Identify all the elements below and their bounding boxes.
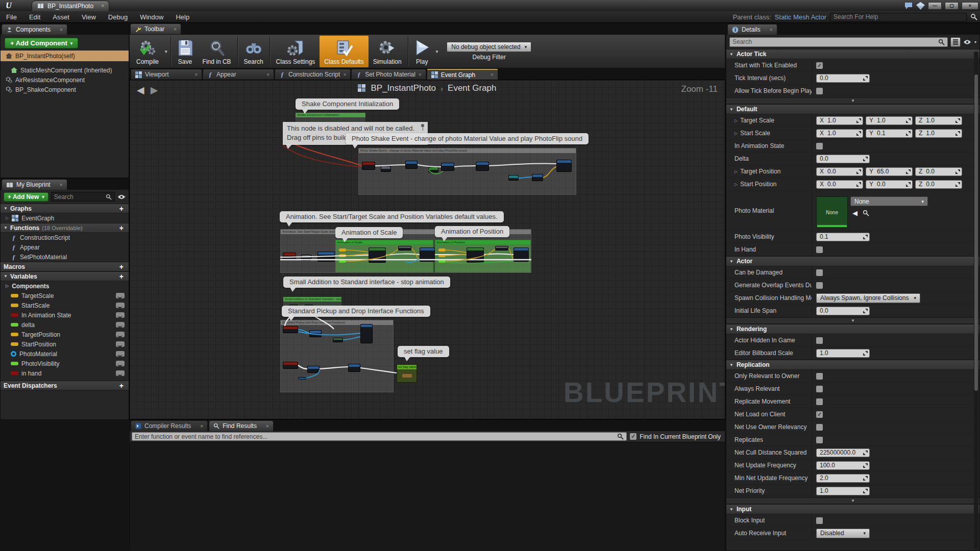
checkbox-unchecked[interactable]	[816, 269, 823, 276]
spinner-icon[interactable]	[906, 131, 911, 136]
tab-construction-script[interactable]: ƒ Construction Script ×	[275, 69, 351, 80]
spawn-collision-select[interactable]: Always Spawn, Ignore Collisions▾	[816, 293, 920, 303]
visibility-eye-icon[interactable]	[116, 332, 125, 337]
visibility-eye-icon[interactable]	[116, 303, 125, 308]
section-expander[interactable]: ▼	[726, 317, 979, 324]
graph-node[interactable]	[298, 377, 306, 380]
add-event-dispatcher-button[interactable]: +	[117, 382, 126, 390]
graphs-section-header[interactable]: ▼ Graphs +	[1, 204, 129, 213]
graph-node[interactable]	[301, 255, 311, 261]
checkbox-unchecked[interactable]	[816, 246, 823, 253]
graph-node[interactable]	[369, 247, 386, 263]
menu-edit[interactable]: Edit	[23, 11, 46, 22]
functions-section-header[interactable]: ▼ Functions (18 Overridable) +	[1, 223, 129, 233]
spinner-icon[interactable]	[863, 489, 868, 493]
spinner-icon[interactable]	[955, 131, 960, 136]
graph-node[interactable]	[307, 366, 320, 373]
tab-close-icon[interactable]: ×	[266, 72, 270, 78]
play-options-caret-icon[interactable]: ▾	[434, 49, 440, 54]
add-new-button[interactable]: + Add New ▾	[4, 192, 48, 202]
spinner-icon[interactable]	[906, 169, 911, 174]
spinner-icon[interactable]	[863, 450, 868, 455]
pin-icon[interactable]	[420, 124, 425, 131]
section-expander[interactable]: ▼	[726, 497, 979, 504]
macros-section-header[interactable]: Macros +	[1, 262, 129, 271]
spinner-icon[interactable]	[856, 118, 861, 123]
section-rendering[interactable]: ▼Rendering	[726, 324, 979, 334]
vector-z-field[interactable]: Z1.0	[915, 129, 962, 138]
scrollbar-thumb[interactable]	[974, 74, 978, 391]
component-row-staticmesh[interactable]: StaticMeshComponent (Inherited)	[1, 65, 129, 75]
variable-row[interactable]: StartPosition	[1, 339, 129, 349]
tab-close-icon[interactable]: ×	[194, 72, 198, 78]
graph-node[interactable]	[283, 253, 296, 260]
graph-node[interactable]	[420, 247, 435, 262]
class-defaults-button[interactable]: Class Defaults	[320, 36, 368, 67]
debug-object-select[interactable]: No debug object selected ▾	[447, 42, 531, 52]
parent-class-link[interactable]: Static Mesh Actor	[775, 13, 826, 21]
search-button[interactable]: Search	[239, 36, 268, 67]
comment-box-small-addition[interactable]: Small Addition to Standard interface - s…	[283, 297, 341, 302]
graph-node[interactable]	[476, 162, 489, 171]
variable-row[interactable]: StartScale	[1, 300, 129, 310]
graph-node[interactable]	[495, 246, 508, 251]
compile-button[interactable]: Compile	[132, 36, 163, 67]
vector-y-field[interactable]: Y65.0	[866, 167, 913, 176]
checkbox-unchecked[interactable]	[816, 517, 823, 524]
material-select[interactable]: None ▾	[850, 196, 928, 206]
graph-node[interactable]	[513, 247, 529, 262]
visibility-eye-icon[interactable]	[116, 370, 125, 376]
section-actor-tick[interactable]: ▼Actor Tick	[726, 49, 979, 59]
component-row-shake[interactable]: BP_ShakeComponent	[1, 85, 129, 94]
visibility-eye-icon[interactable]	[116, 361, 125, 366]
graph-node[interactable]	[556, 160, 572, 172]
visibility-eye-icon[interactable]	[116, 322, 125, 328]
function-row-appear[interactable]: ƒ Appear	[1, 242, 129, 252]
chat-icon[interactable]	[904, 2, 913, 10]
spinner-icon[interactable]	[863, 235, 868, 239]
save-button[interactable]: Save	[173, 36, 198, 67]
graph-node[interactable]	[398, 246, 411, 251]
visibility-eye-icon[interactable]	[117, 194, 126, 199]
browse-icon[interactable]	[863, 210, 869, 216]
menu-debug[interactable]: Debug	[102, 11, 134, 22]
section-input[interactable]: ▼Input	[726, 504, 979, 514]
number-field[interactable]: 0.0	[816, 307, 870, 315]
vector-y-field[interactable]: Y0.0	[866, 180, 913, 189]
simulation-button[interactable]: Simulation	[369, 36, 406, 67]
compile-options-caret-icon[interactable]: ▾	[163, 49, 169, 54]
tab-close-icon[interactable]: ×	[200, 423, 203, 429]
graph-node[interactable]	[360, 324, 373, 343]
number-field[interactable]: 100.0	[816, 461, 870, 470]
component-row-airresistance[interactable]: AirResistanceComponent	[1, 75, 129, 85]
spinner-icon[interactable]	[906, 182, 911, 187]
visibility-eye-icon[interactable]	[116, 351, 125, 357]
graph-node[interactable]	[317, 252, 335, 262]
section-replication[interactable]: ▼Replication	[726, 360, 979, 370]
use-selected-arrow-icon[interactable]: ◀	[852, 209, 857, 217]
variable-row[interactable]: TargetPosition	[1, 330, 129, 339]
checkbox-unchecked[interactable]	[816, 386, 823, 392]
checkbox-unchecked[interactable]	[816, 143, 823, 149]
add-graph-button[interactable]: +	[117, 205, 126, 213]
tab-close-icon[interactable]: ×	[770, 27, 773, 33]
spinner-icon[interactable]	[906, 118, 911, 123]
tab-event-graph[interactable]: Event Graph ×	[427, 69, 498, 80]
graph-node[interactable]	[283, 362, 298, 369]
restore-button[interactable]: ▢	[945, 2, 959, 10]
graph-node[interactable]	[348, 364, 360, 372]
menu-window[interactable]: Window	[134, 11, 169, 22]
function-row-setphotomaterial[interactable]: ƒ SetPhotoMaterial	[1, 252, 129, 262]
checkbox-unchecked[interactable]	[816, 282, 823, 289]
variable-row[interactable]: delta	[1, 320, 129, 330]
marketplace-icon[interactable]	[916, 2, 925, 10]
section-actor[interactable]: ▼Actor	[726, 256, 979, 266]
add-function-button[interactable]: +	[117, 224, 126, 232]
vector-y-field[interactable]: Y0.1	[866, 129, 913, 138]
graph-node[interactable]	[428, 167, 438, 172]
spinner-icon[interactable]	[863, 309, 868, 313]
play-button[interactable]: Play	[410, 36, 434, 67]
tab-close-icon[interactable]: ×	[419, 72, 422, 78]
tab-appear[interactable]: ƒ Appear ×	[203, 69, 274, 80]
find-references-input[interactable]: Enter function or event name to find ref…	[132, 432, 627, 441]
